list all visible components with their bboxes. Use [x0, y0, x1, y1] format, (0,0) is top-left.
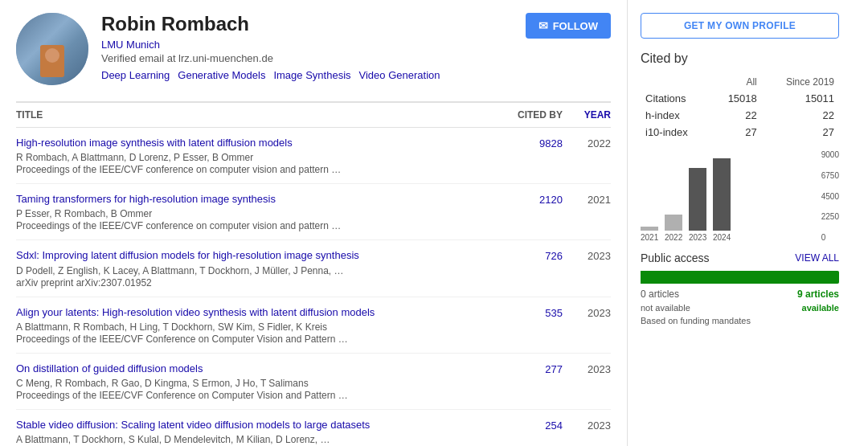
paper-cited: 277 — [490, 362, 563, 375]
y-axis-labels: 9000 6750 4500 2250 0 — [821, 150, 839, 242]
table-row: High-resolution image synthesis with lat… — [16, 128, 611, 184]
paper-content: High-resolution image synthesis with lat… — [16, 136, 490, 175]
access-label-right: 9 articles — [797, 288, 839, 300]
paper-authors: C Meng, R Rombach, R Gao, D Kingma, S Er… — [16, 378, 490, 389]
access-sublabels: not available available — [641, 303, 839, 313]
paper-year: 2023 — [563, 248, 611, 262]
y-label-4500: 4500 — [821, 192, 839, 201]
paper-cited: 535 — [490, 305, 563, 319]
paper-venue: Proceedings of the IEEE/CVF Conference o… — [16, 333, 490, 345]
stats-val-citations-all: 15018 — [710, 90, 761, 107]
paper-year: 2022 — [563, 136, 611, 149]
paper-content: On distillation of guided diffusion mode… — [16, 362, 490, 401]
access-bar-container — [641, 271, 839, 284]
paper-content: Taming transformers for high-resolution … — [16, 192, 490, 231]
profile-tags: Deep Learning Generative Models Image Sy… — [101, 69, 513, 81]
paper-cited: 2120 — [490, 192, 563, 206]
paper-venue: Proceedings of the IEEE/CVF conference o… — [16, 220, 490, 231]
col-cited-header: CITED BY — [490, 109, 563, 121]
access-footer: Based on funding mandates — [641, 316, 839, 325]
table-row: Taming transformers for high-resolution … — [16, 184, 611, 240]
tag-image-synthesis[interactable]: Image Synthesis — [273, 69, 350, 81]
avatar — [16, 13, 88, 85]
col-year-header: YEAR — [563, 109, 611, 121]
y-label-0: 0 — [821, 233, 839, 242]
y-label-9000: 9000 — [821, 150, 839, 159]
chart-bars: 9000 6750 4500 2250 0 — [641, 150, 839, 231]
citation-chart: 9000 6750 4500 2250 0 2021 2022 2023 202… — [641, 150, 839, 242]
paper-venue: Proceedings of the IEEE/CVF Conference o… — [16, 390, 490, 401]
y-label-6750: 6750 — [821, 171, 839, 180]
x-label-2021: 2021 — [641, 233, 658, 242]
public-access-title: Public access — [641, 252, 710, 264]
bar-2023 — [689, 168, 706, 231]
table-row: Align your latents: High-resolution vide… — [16, 297, 611, 354]
bar-2022 — [665, 215, 682, 231]
stats-row-hindex: h-index 22 22 — [641, 107, 839, 124]
paper-cited: 254 — [490, 418, 563, 432]
access-bar-green — [641, 271, 839, 284]
stats-header-empty — [641, 74, 710, 90]
stats-val-i10index-since: 27 — [762, 124, 839, 141]
paper-authors: D Podell, Z English, K Lacey, A Blattman… — [16, 265, 490, 276]
table-row: Sdxl: Improving latent diffusion models … — [16, 240, 611, 297]
sidebar: GET MY OWN PROFILE Cited by All Since 20… — [627, 0, 852, 446]
paper-content: Align your latents: High-resolution vide… — [16, 305, 490, 345]
tag-video-generation[interactable]: Video Generation — [359, 69, 440, 81]
stats-header-since2019: Since 2019 — [762, 74, 839, 90]
paper-title[interactable]: Sdxl: Improving latent diffusion models … — [16, 248, 490, 263]
paper-title[interactable]: Taming transformers for high-resolution … — [16, 192, 490, 207]
paper-venue: arXiv preprint arXiv:2307.01952 — [16, 277, 490, 288]
paper-year: 2023 — [563, 362, 611, 375]
stats-val-i10index-all: 27 — [710, 124, 761, 141]
stats-label-citations: Citations — [641, 90, 710, 107]
cited-by-title: Cited by — [641, 51, 839, 66]
get-profile-button[interactable]: GET MY OWN PROFILE — [641, 13, 839, 39]
stats-val-hindex-all: 22 — [710, 107, 761, 124]
stats-val-citations-since: 15011 — [762, 90, 839, 107]
paper-year: 2021 — [563, 192, 611, 206]
bar-2023-rect — [689, 168, 706, 231]
x-label-2023: 2023 — [689, 233, 706, 242]
affiliation-link[interactable]: LMU Munich — [101, 39, 513, 51]
bar-2024 — [713, 158, 731, 231]
stats-label-hindex: h-index — [641, 107, 710, 124]
stats-header-all: All — [710, 74, 761, 90]
col-title-header: TITLE — [16, 109, 490, 121]
table-header: TITLE CITED BY YEAR — [16, 103, 611, 128]
paper-venue: Proceedings of the IEEE/CVF conference o… — [16, 164, 490, 175]
paper-title[interactable]: Stable video diffusion: Scaling latent v… — [16, 418, 490, 432]
x-label-2022: 2022 — [665, 233, 682, 242]
stats-row-citations: Citations 15018 15011 — [641, 90, 839, 107]
paper-content: Sdxl: Improving latent diffusion models … — [16, 248, 490, 288]
profile-section: Robin Rombach LMU Munich Verified email … — [16, 13, 611, 85]
follow-button[interactable]: ✉ FOLLOW — [526, 13, 611, 39]
access-not-available: not available — [641, 303, 690, 313]
access-label-left: 0 articles — [641, 288, 679, 300]
paper-authors: R Rombach, A Blattmann, D Lorenz, P Esse… — [16, 152, 490, 163]
tag-deep-learning[interactable]: Deep Learning — [101, 69, 170, 81]
paper-authors: A Blattmann, T Dockhorn, S Kulal, D Mend… — [16, 434, 490, 445]
paper-year: 2023 — [563, 305, 611, 319]
paper-cited: 726 — [490, 248, 563, 262]
paper-authors: A Blattmann, R Rombach, H Ling, T Dockho… — [16, 321, 490, 333]
paper-content: Stable video diffusion: Scaling latent v… — [16, 418, 490, 446]
bar-2022-rect — [665, 215, 682, 231]
view-all-link[interactable]: VIEW ALL — [795, 252, 839, 264]
profile-name: Robin Rombach — [101, 13, 513, 35]
stats-val-hindex-since: 22 — [762, 107, 839, 124]
paper-year: 2023 — [563, 418, 611, 432]
bar-2024-rect — [713, 158, 731, 231]
paper-title[interactable]: High-resolution image synthesis with lat… — [16, 136, 490, 150]
public-access-header: Public access VIEW ALL — [641, 252, 839, 264]
envelope-icon: ✉ — [538, 19, 548, 32]
x-axis-labels: 2021 2022 2023 2024 — [641, 233, 839, 242]
tag-generative-models[interactable]: Generative Models — [178, 69, 265, 81]
profile-info: Robin Rombach LMU Munich Verified email … — [101, 13, 513, 81]
paper-title[interactable]: Align your latents: High-resolution vide… — [16, 305, 490, 320]
access-labels: 0 articles 9 articles — [641, 288, 839, 300]
paper-title[interactable]: On distillation of guided diffusion mode… — [16, 362, 490, 376]
table-row: Stable video diffusion: Scaling latent v… — [16, 410, 611, 446]
x-label-2024: 2024 — [713, 233, 731, 242]
paper-authors: P Esser, R Rombach, B Ommer — [16, 208, 490, 219]
